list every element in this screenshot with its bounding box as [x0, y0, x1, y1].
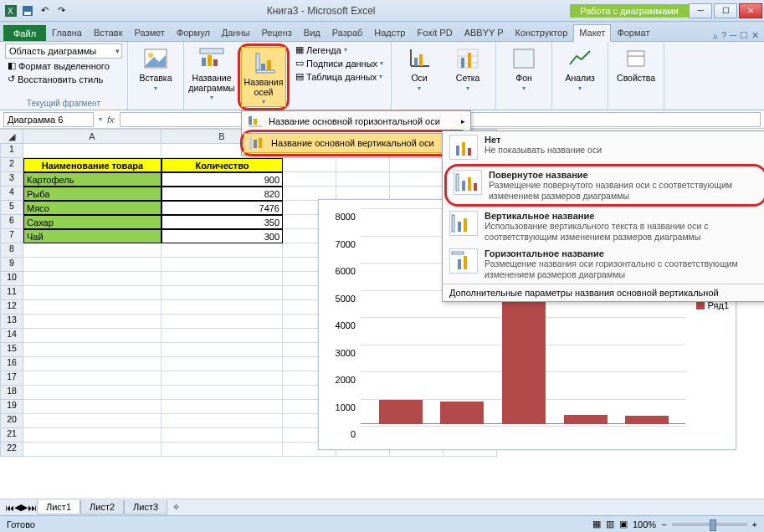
- row-header[interactable]: 19: [0, 400, 23, 414]
- cell[interactable]: [23, 144, 162, 158]
- row-header[interactable]: 22: [0, 442, 23, 457]
- cell[interactable]: [162, 286, 283, 300]
- sheet-tab-3[interactable]: Лист3: [124, 500, 167, 514]
- tab-data[interactable]: Данны: [216, 24, 256, 41]
- save-icon[interactable]: [20, 3, 35, 18]
- doc-restore-icon[interactable]: ☐: [740, 30, 748, 41]
- cell[interactable]: [162, 357, 283, 371]
- sheet-nav-last-icon[interactable]: ⏭: [28, 503, 37, 513]
- row-header[interactable]: 18: [0, 386, 23, 400]
- cell[interactable]: [162, 243, 283, 258]
- cell[interactable]: [162, 329, 283, 343]
- insert-button[interactable]: Вставка▾: [133, 43, 178, 92]
- row-header[interactable]: 7: [0, 229, 23, 243]
- doc-minimize-icon[interactable]: ─: [730, 30, 736, 41]
- col-header-a[interactable]: A: [23, 129, 162, 144]
- tab-insert[interactable]: Вставк: [88, 24, 129, 41]
- tab-file[interactable]: Файл: [3, 25, 46, 41]
- properties-button[interactable]: Свойства: [613, 43, 659, 84]
- zoom-level[interactable]: 100%: [633, 519, 656, 529]
- cell[interactable]: [23, 329, 162, 343]
- tab-formulas[interactable]: Формул: [171, 24, 216, 41]
- redo-icon[interactable]: ↷: [54, 3, 69, 18]
- zoom-slider[interactable]: [672, 523, 747, 526]
- gridlines-button[interactable]: Сетка▾: [445, 43, 490, 92]
- format-selection-button[interactable]: ◧Формат выделенного: [5, 59, 122, 72]
- view-normal-icon[interactable]: ▦: [592, 519, 601, 529]
- tab-review[interactable]: Реценз: [255, 24, 297, 41]
- cell[interactable]: [23, 357, 162, 371]
- zoom-in-icon[interactable]: +: [752, 519, 757, 529]
- new-sheet-icon[interactable]: ✧: [167, 502, 185, 513]
- cell[interactable]: [23, 300, 162, 315]
- row-header[interactable]: 17: [0, 371, 23, 386]
- row-header[interactable]: 12: [0, 300, 23, 315]
- cell[interactable]: [162, 300, 283, 315]
- tab-addins[interactable]: Надстр: [368, 24, 411, 41]
- row-header[interactable]: 11: [0, 286, 23, 300]
- chart-bar[interactable]: [625, 416, 669, 424]
- cell[interactable]: [162, 315, 283, 329]
- chart-title-button[interactable]: Название диаграммы▾: [189, 43, 234, 110]
- cell[interactable]: [23, 272, 162, 286]
- option-vertical-title[interactable]: Вертикальное названиеИспользование верти…: [443, 207, 764, 245]
- cell[interactable]: [283, 172, 336, 187]
- chart-bar[interactable]: [440, 402, 484, 424]
- tab-chart-layout[interactable]: Макет: [573, 24, 611, 42]
- chart-bar[interactable]: [564, 415, 608, 424]
- cell[interactable]: Сахар: [23, 215, 162, 229]
- row-header[interactable]: 2: [0, 158, 23, 172]
- view-layout-icon[interactable]: ▥: [606, 519, 614, 529]
- tab-layout[interactable]: Размет: [129, 24, 171, 41]
- cell[interactable]: [336, 158, 390, 172]
- analysis-button[interactable]: Анализ▾: [557, 43, 602, 92]
- row-header[interactable]: 4: [0, 187, 23, 201]
- reset-style-button[interactable]: ↺Восстановить стиль: [5, 73, 122, 85]
- fx-icon[interactable]: fx: [107, 115, 115, 125]
- cell[interactable]: [162, 428, 283, 442]
- row-header[interactable]: 14: [0, 329, 23, 343]
- tab-format[interactable]: Формат: [611, 24, 655, 41]
- cell[interactable]: [390, 158, 444, 172]
- tab-abbyy[interactable]: ABBYY P: [459, 24, 510, 41]
- doc-close-icon[interactable]: ✕: [751, 30, 759, 41]
- cell[interactable]: 900: [162, 172, 283, 187]
- cell[interactable]: Мясо: [23, 201, 162, 215]
- cell[interactable]: [23, 343, 162, 357]
- cell[interactable]: [23, 386, 162, 400]
- row-header[interactable]: 10: [0, 272, 23, 286]
- row-header[interactable]: 20: [0, 414, 23, 428]
- axes-button[interactable]: Оси▾: [397, 43, 442, 92]
- name-box[interactable]: Диаграмма 6: [3, 112, 94, 127]
- row-header[interactable]: 9: [0, 258, 23, 272]
- option-rotated-title[interactable]: Повернутое названиеРазмещение повернутог…: [447, 166, 764, 204]
- cell[interactable]: [162, 386, 283, 400]
- option-none[interactable]: НетНе показывать название оси: [443, 131, 764, 163]
- cell[interactable]: 820: [162, 187, 283, 201]
- select-all-corner[interactable]: ◢: [0, 129, 23, 144]
- cell[interactable]: [162, 343, 283, 357]
- row-header[interactable]: 3: [0, 172, 23, 187]
- minimize-button[interactable]: ─: [689, 3, 712, 18]
- data-labels-button[interactable]: ▭Подписи данных ▾: [293, 57, 386, 69]
- cell[interactable]: [162, 442, 283, 457]
- chart-element-selector[interactable]: Область диаграммы: [5, 43, 122, 59]
- cell[interactable]: [23, 442, 162, 457]
- background-button[interactable]: Фон▾: [501, 43, 546, 92]
- cell[interactable]: 350: [162, 215, 283, 229]
- sheet-nav-first-icon[interactable]: ⏮: [5, 503, 14, 513]
- row-header[interactable]: 6: [0, 215, 23, 229]
- menu-horizontal-axis-title[interactable]: Название основной горизонтальной оси ▸: [242, 111, 470, 131]
- row-header[interactable]: 13: [0, 315, 23, 329]
- cell[interactable]: 300: [162, 229, 283, 243]
- row-header[interactable]: 5: [0, 201, 23, 215]
- cell[interactable]: [23, 371, 162, 386]
- cell[interactable]: [162, 258, 283, 272]
- sheet-tab-2[interactable]: Лист2: [80, 500, 124, 514]
- sheet-tab-1[interactable]: Лист1: [37, 500, 80, 514]
- tab-design[interactable]: Конструктор: [510, 24, 574, 41]
- sheet-nav-next-icon[interactable]: ▶: [21, 502, 28, 513]
- tab-view[interactable]: Вид: [298, 24, 326, 41]
- cell[interactable]: [23, 400, 162, 414]
- row-header[interactable]: 16: [0, 357, 23, 371]
